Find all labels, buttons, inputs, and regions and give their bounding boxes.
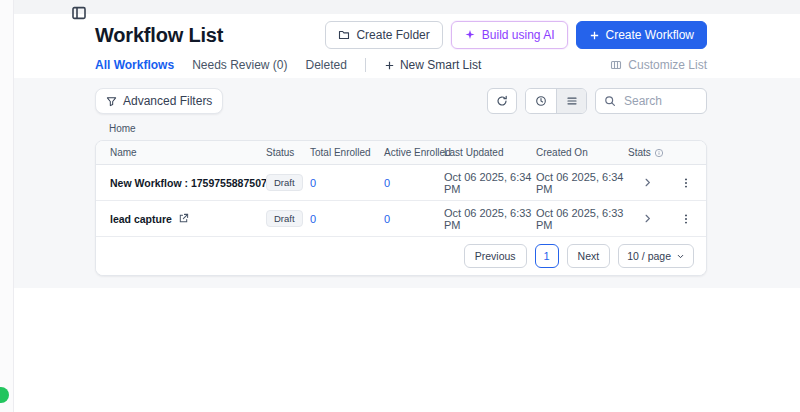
sidebar-toggle-icon[interactable]: [71, 5, 87, 21]
clock-icon: [535, 95, 547, 107]
tab-needs-review[interactable]: Needs Review (0): [192, 58, 287, 72]
total-enrolled-link[interactable]: 0: [310, 213, 384, 225]
create-workflow-button[interactable]: Create Workflow: [576, 21, 707, 49]
stats-expand-button[interactable]: [628, 177, 666, 188]
workflow-table: Name Status Total Enrolled Active Enroll…: [95, 140, 707, 276]
search-input[interactable]: [622, 93, 698, 109]
col-total-enrolled: Total Enrolled: [310, 147, 384, 158]
created-on-value: Oct 06 2025, 6:33 PM: [536, 207, 628, 231]
tabs-divider: [365, 58, 366, 72]
tab-deleted[interactable]: Deleted: [306, 58, 347, 72]
folder-icon: [338, 29, 350, 41]
last-updated-value: Oct 06 2025, 6:33 PM: [444, 207, 536, 231]
col-status: Status: [266, 147, 310, 158]
table-header-row: Name Status Total Enrolled Active Enroll…: [96, 141, 706, 165]
col-last-updated: Last Updated: [444, 147, 536, 158]
created-on-value: Oct 06 2025, 6:34 PM: [536, 171, 628, 195]
view-toggle: [525, 88, 587, 114]
external-link-icon[interactable]: [178, 213, 189, 224]
chevron-right-icon: [642, 213, 653, 224]
previous-page-button[interactable]: Previous: [464, 244, 527, 268]
list-view-button[interactable]: [556, 89, 586, 113]
sparkle-icon: [464, 29, 476, 41]
kebab-menu-icon: [680, 213, 692, 225]
customize-list-button[interactable]: Customize List: [610, 58, 707, 72]
page-number-button[interactable]: 1: [535, 244, 559, 268]
row-menu-button[interactable]: [666, 177, 706, 189]
page-size-select[interactable]: 10 / page: [618, 244, 694, 268]
last-updated-value: Oct 06 2025, 6:34 PM: [444, 171, 536, 195]
create-folder-button[interactable]: Create Folder: [325, 21, 442, 49]
table-row: lead capture Draft 0 0 Oct 06 2025, 6:33…: [96, 201, 706, 237]
tabs-bar: All Workflows Needs Review (0) Deleted N…: [95, 52, 707, 78]
refresh-icon: [496, 95, 508, 107]
status-badge: Draft: [266, 174, 303, 191]
status-cell: Draft: [266, 174, 310, 191]
workflow-name-link[interactable]: New Workflow : 1759755887507: [96, 177, 266, 189]
status-cell: Draft: [266, 210, 310, 227]
advanced-filters-button[interactable]: Advanced Filters: [95, 88, 223, 114]
total-enrolled-link[interactable]: 0: [310, 177, 384, 189]
next-page-button[interactable]: Next: [567, 244, 611, 268]
list-icon: [566, 95, 578, 107]
filter-funnel-icon: [106, 96, 117, 107]
status-badge: Draft: [266, 210, 303, 227]
kebab-menu-icon: [680, 177, 692, 189]
history-view-button[interactable]: [526, 89, 556, 113]
search-icon: [604, 95, 616, 107]
page-header: Workflow List Create Folder Build using …: [95, 14, 707, 52]
active-enrolled-link[interactable]: 0: [384, 177, 444, 189]
chevron-right-icon: [642, 177, 653, 188]
refresh-button[interactable]: [487, 88, 517, 114]
plus-icon: [384, 60, 395, 71]
workflow-list-panel: Advanced Filters: [0, 78, 800, 288]
col-stats: Stats: [628, 147, 666, 158]
info-icon[interactable]: [654, 148, 664, 158]
row-menu-button[interactable]: [666, 213, 706, 225]
active-enrolled-link[interactable]: 0: [384, 213, 444, 225]
col-created-on: Created On: [536, 147, 628, 158]
pagination: Previous 1 Next 10 / page: [96, 237, 706, 275]
tab-all-workflows[interactable]: All Workflows: [95, 58, 174, 72]
breadcrumb[interactable]: Home: [109, 123, 707, 134]
columns-icon: [610, 59, 622, 71]
collapsed-sidebar: [0, 0, 14, 412]
table-row: New Workflow : 1759755887507 Draft 0 0 O…: [96, 165, 706, 201]
stats-expand-button[interactable]: [628, 213, 666, 224]
new-smart-list-button[interactable]: New Smart List: [384, 58, 481, 72]
search-field[interactable]: [595, 88, 707, 114]
col-name: Name: [96, 147, 266, 158]
workflow-name-link[interactable]: lead capture: [96, 213, 266, 225]
chevron-down-icon: [676, 252, 685, 261]
plus-icon: [589, 30, 600, 41]
col-active-enrolled: Active Enrolled: [384, 147, 444, 158]
top-strip: [0, 0, 800, 14]
page-title: Workflow List: [95, 24, 223, 47]
build-using-ai-button[interactable]: Build using AI: [451, 21, 568, 49]
